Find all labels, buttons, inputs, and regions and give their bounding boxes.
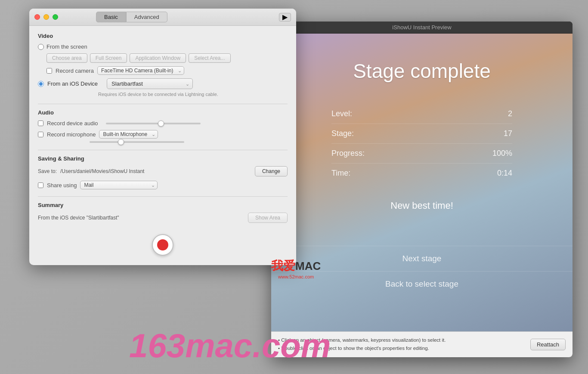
audio-title: Audio (38, 109, 288, 116)
record-camera-label: Record camera (56, 68, 94, 74)
play-icon: ▶ (282, 13, 288, 21)
video-title: Video (38, 33, 288, 39)
summary-section: Summary From the iOS device "Slartibartf… (38, 202, 288, 223)
ios-label: From an iOS Device (47, 80, 103, 87)
stage-complete-title: Stage complete (353, 59, 491, 83)
stage-label: Stage: (331, 129, 354, 138)
time-label: Time: (331, 169, 350, 178)
microphone-select-wrapper: Built-in Microphone (99, 130, 158, 139)
share-using-row: Share using Mail (38, 181, 288, 189)
record-button-container (38, 230, 288, 258)
play-button[interactable]: ▶ (279, 13, 291, 22)
preview-window: iShowU Instant Preview Stage complete Le… (271, 22, 573, 357)
window-titlebar: Basic Advanced ▶ (29, 9, 296, 26)
stat-level: Level: 2 (331, 104, 512, 124)
save-to-row: Save to: /Users/daniel/Movies/iShowU Ins… (38, 166, 288, 176)
record-device-audio-checkbox[interactable] (38, 121, 43, 126)
tab-advanced[interactable]: Advanced (126, 12, 167, 22)
ios-device-select[interactable]: Slartibartfast (107, 78, 193, 89)
progress-label: Progress: (331, 149, 365, 158)
from-screen-radio[interactable] (38, 44, 44, 50)
tab-basic[interactable]: Basic (96, 12, 126, 22)
share-select-wrapper: Mail (80, 181, 158, 189)
summary-text: From the iOS device "Slartibartfast" (38, 215, 244, 221)
from-screen-label: From the screen (46, 43, 87, 50)
choose-area-label: Choose area (46, 53, 87, 63)
share-using-checkbox[interactable] (38, 182, 43, 188)
saving-title: Saving & Sharing (38, 155, 288, 162)
watermark-52mac: 我爱MAC www.52mac.com (271, 258, 321, 279)
area-buttons-row: Choose area Full Screen Application Wind… (46, 53, 288, 63)
record-dot (157, 239, 168, 250)
window-body: Video From the screen Choose area Full S… (29, 26, 296, 265)
audio-section: Audio Record device audio Record microph… (38, 109, 288, 143)
record-window: Basic Advanced ▶ Video From the screen C… (29, 9, 296, 265)
stat-progress: Progress: 100% (331, 144, 512, 164)
camera-select[interactable]: FaceTime HD Camera (Built-in) (97, 66, 184, 75)
saving-section: Saving & Sharing Save to: /Users/daniel/… (38, 155, 288, 189)
divider-2 (38, 150, 288, 150)
preview-titlebar: iShowU Instant Preview (271, 22, 573, 34)
stats-container: Level: 2 Stage: 17 Progress: 100% Time: … (331, 104, 512, 183)
save-path: /Users/daniel/Movies/iShowU Instant (60, 168, 144, 174)
ios-hint: Requires iOS device to be connected via … (98, 92, 288, 97)
device-audio-slider-thumb[interactable] (158, 121, 164, 127)
stat-stage: Stage: 17 (331, 124, 512, 144)
close-button[interactable] (34, 14, 40, 20)
level-label: Level: (331, 109, 352, 118)
maximize-button[interactable] (53, 14, 58, 20)
share-using-label: Share using (47, 182, 77, 189)
record-button[interactable] (152, 234, 173, 256)
microphone-slider-track (90, 141, 184, 143)
watermark-163mac: 163mac.com (129, 326, 331, 365)
record-microphone-label: Record microphone (47, 131, 96, 138)
stat-time: Time: 0:14 (331, 164, 512, 183)
minimize-button[interactable] (43, 14, 49, 20)
from-screen-row: From the screen (38, 43, 288, 50)
device-audio-row: Record device audio (38, 120, 288, 127)
divider-1 (38, 104, 288, 104)
time-value: 0:14 (497, 169, 512, 178)
camera-row: Record camera FaceTime HD Camera (Built-… (46, 66, 288, 75)
ios-row: From an iOS Device Slartibartfast (38, 78, 288, 89)
select-area-button[interactable]: Select Area... (189, 53, 230, 63)
preview-title: iShowU Instant Preview (392, 24, 451, 31)
save-to-label: Save to: (38, 168, 57, 174)
divider-3 (38, 196, 288, 197)
microphone-slider-row (90, 141, 288, 143)
summary-title: Summary (38, 202, 288, 208)
progress-value: 100% (492, 149, 512, 158)
level-value: 2 (508, 109, 512, 118)
ios-radio[interactable] (38, 81, 44, 87)
reattach-button[interactable]: Reattach (530, 339, 566, 350)
record-device-audio-label: Record device audio (47, 120, 98, 127)
record-camera-checkbox[interactable] (46, 68, 52, 74)
camera-select-wrapper: FaceTime HD Camera (Built-in) (97, 66, 184, 75)
show-area-button[interactable]: Show Area (248, 213, 288, 223)
new-best-time: New best time! (390, 200, 453, 211)
ios-select-wrapper: Slartibartfast (107, 78, 193, 89)
full-screen-button[interactable]: Full Screen (90, 53, 127, 63)
microphone-select[interactable]: Built-in Microphone (99, 130, 158, 139)
application-window-button[interactable]: Application Window (130, 53, 186, 63)
watermark-main: 我爱MAC (271, 258, 321, 274)
record-microphone-checkbox[interactable] (38, 132, 43, 137)
stage-value: 17 (504, 129, 512, 138)
tab-group: Basic Advanced (96, 12, 167, 22)
summary-row: From the iOS device "Slartibartfast" Sho… (38, 213, 288, 223)
microphone-row: Record microphone Built-in Microphone (38, 130, 288, 139)
video-section: Video From the screen Choose area Full S… (38, 33, 288, 97)
preview-content: Stage complete Level: 2 Stage: 17 Progre… (271, 34, 573, 331)
device-audio-slider-track (106, 123, 201, 124)
microphone-slider-thumb[interactable] (118, 139, 124, 145)
change-button[interactable]: Change (255, 166, 288, 176)
share-select[interactable]: Mail (80, 181, 158, 189)
watermark-sub: www.52mac.com (271, 274, 321, 279)
